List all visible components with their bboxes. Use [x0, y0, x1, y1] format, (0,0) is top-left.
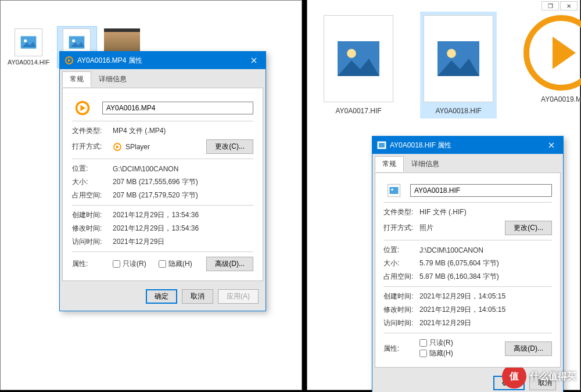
value-sizeondisk: 5.87 MB (6,160,384 字节) — [419, 272, 552, 282]
file-label: AY0A0018.HIF — [435, 107, 481, 115]
tab-details[interactable]: 详细信息 — [91, 71, 134, 87]
image-file-icon — [377, 141, 386, 150]
file-item[interactable]: AY0A0017.HIF — [320, 12, 397, 118]
file-item-video[interactable]: AY0A0019.M — [520, 12, 581, 107]
value-openwith: SPlayer — [125, 143, 150, 151]
tab-bar: 常规 详细信息 — [374, 155, 562, 172]
properties-dialog-left: AY0A0016.MP4 属性 常规 详细信息 文件类型:MP4 文件 (.MP… — [59, 51, 266, 311]
svg-point-3 — [72, 39, 75, 42]
value-accessed: 2021年12月29日 — [113, 237, 253, 247]
file-label: AY0A0014.HIF — [8, 59, 50, 66]
label-openwith: 打开方式: — [383, 223, 419, 233]
label-modified: 修改时间: — [72, 224, 113, 233]
file-type-icon — [72, 100, 93, 116]
close-icon[interactable]: ✕ — [560, 1, 578, 10]
svg-point-7 — [447, 49, 456, 58]
label-location: 位置: — [72, 164, 113, 174]
properties-dialog-right: AY0A0018.HIF 属性 常规 详细信息 文件类型:HIF 文件 (.HI… — [372, 136, 564, 392]
value-accessed: 2021年12月29日 — [419, 318, 552, 328]
cancel-button[interactable]: 取消 — [182, 289, 213, 304]
value-created: 2021年12月29日，14:05:15 — [419, 292, 552, 301]
hidden-checkbox[interactable]: 隐藏(H) — [419, 348, 453, 358]
file-item[interactable]: AY0A0014.HIF — [5, 26, 52, 68]
value-filetype: MP4 文件 (.MP4) — [113, 126, 253, 136]
value-created: 2021年12月29日，13:54:36 — [113, 210, 253, 220]
value-location: J:\DCIM\100CANON — [419, 246, 552, 254]
tab-details[interactable]: 详细信息 — [404, 156, 447, 172]
label-attributes: 属性: — [383, 344, 419, 354]
close-button[interactable] — [242, 52, 266, 69]
svg-rect-14 — [390, 187, 399, 194]
dialog-button-row: 确定 取消 应用(A) — [60, 283, 266, 311]
watermark-badge-icon: 值 — [502, 364, 526, 389]
value-openwith: 照片 — [419, 223, 505, 233]
label-filetype: 文件类型: — [72, 126, 113, 136]
label-accessed: 访问时间: — [72, 237, 113, 247]
watermark: 值 什么值得买 — [502, 364, 576, 389]
label-location: 位置: — [383, 245, 419, 255]
file-item-selected[interactable]: AY0A0018.HIF — [420, 12, 497, 118]
value-location: G:\DCIM\100CANON — [113, 165, 253, 173]
play-circle-icon — [523, 15, 581, 91]
label-accessed: 访问时间: — [383, 318, 419, 328]
dialog-title: AY0A0018.HIF 属性 — [390, 141, 452, 150]
video-file-icon — [64, 56, 74, 65]
close-icon — [251, 57, 257, 63]
tab-general[interactable]: 常规 — [375, 156, 404, 172]
titlebar[interactable]: AY0A0016.MP4 属性 — [60, 52, 266, 69]
label-sizeondisk: 占用空间: — [72, 190, 113, 200]
window-controls: ❐ ✕ — [541, 1, 578, 10]
tab-general[interactable]: 常规 — [62, 71, 91, 87]
tab-body: 文件类型:HIF 文件 (.HIF) 打开方式: 照片 更改(C)... 位置:… — [375, 172, 561, 368]
label-created: 创建时间: — [72, 210, 113, 220]
ok-button[interactable]: 确定 — [146, 289, 177, 304]
label-size: 大小: — [72, 177, 113, 187]
label-attributes: 属性: — [72, 259, 113, 269]
splayer-icon — [113, 142, 122, 152]
close-button[interactable] — [540, 136, 563, 154]
pane-separator — [303, 0, 306, 392]
right-file-area: AY0A0017.HIF AY0A0018.HIF AY0A0019.M — [320, 12, 581, 118]
close-icon — [548, 142, 554, 148]
advanced-button[interactable]: 高级(D)... — [505, 341, 552, 356]
label-filetype: 文件类型: — [383, 207, 419, 217]
label-size: 大小: — [383, 258, 419, 268]
page-icon — [424, 15, 493, 102]
value-sizeondisk: 207 MB (217,579,520 字节) — [113, 190, 253, 200]
file-label: AY0A0019.M — [541, 95, 581, 103]
file-label: AY0A0017.HIF — [335, 107, 381, 115]
tab-bar: 常规 详细信息 — [61, 70, 264, 87]
svg-point-5 — [347, 49, 356, 58]
change-button[interactable]: 更改(C)... — [505, 221, 552, 235]
readonly-checkbox[interactable]: 只读(R) — [419, 338, 453, 348]
label-sizeondisk: 占用空间: — [383, 272, 419, 282]
label-openwith: 打开方式: — [72, 142, 113, 152]
filename-input[interactable] — [410, 184, 552, 197]
file-type-icon — [383, 184, 404, 197]
hidden-checkbox[interactable]: 隐藏(H) — [159, 259, 192, 269]
svg-point-15 — [391, 189, 393, 191]
change-button[interactable]: 更改(C)... — [206, 139, 253, 154]
tab-body: 文件类型:MP4 文件 (.MP4) 打开方式: SPlayer 更改(C)..… — [62, 88, 263, 281]
svg-rect-12 — [379, 143, 385, 148]
value-size: 207 MB (217,555,696 字节) — [113, 177, 253, 187]
value-modified: 2021年12月29日，14:05:15 — [419, 305, 552, 315]
label-created: 创建时间: — [383, 292, 419, 301]
value-modified: 2021年12月29日，13:54:36 — [113, 224, 253, 233]
apply-button: 应用(A) — [218, 289, 259, 304]
svg-point-1 — [24, 39, 27, 42]
page-icon — [324, 15, 393, 102]
advanced-button[interactable]: 高级(D)... — [206, 257, 253, 271]
value-filetype: HIF 文件 (.HIF) — [419, 207, 552, 217]
filename-input[interactable] — [102, 102, 253, 114]
value-size: 5.79 MB (6,075,604 字节) — [419, 258, 552, 268]
titlebar[interactable]: AY0A0018.HIF 属性 — [372, 136, 563, 154]
dialog-title: AY0A0016.MP4 属性 — [77, 56, 142, 66]
watermark-text: 什么值得买 — [530, 371, 576, 383]
label-modified: 修改时间: — [383, 305, 419, 315]
image-icon — [15, 28, 42, 56]
restore-icon[interactable]: ❐ — [541, 1, 559, 10]
readonly-checkbox[interactable]: 只读(R) — [113, 259, 146, 269]
